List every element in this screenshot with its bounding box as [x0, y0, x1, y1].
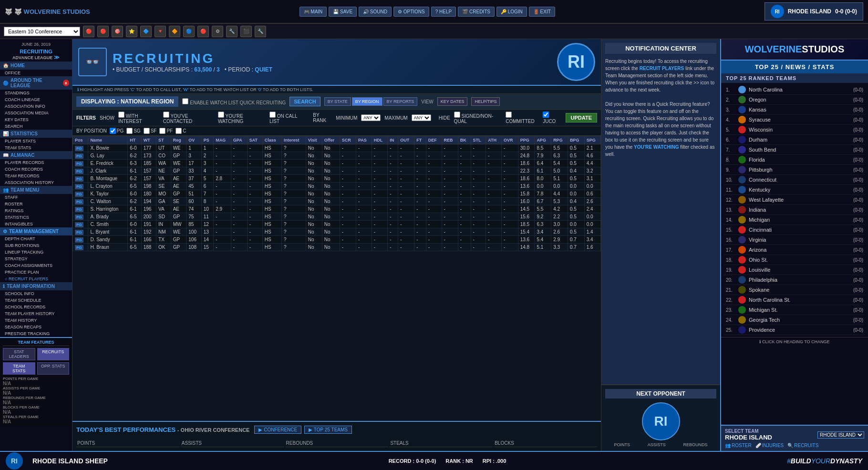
ranked-team-item[interactable]: 17. Arizona (0-0) [724, 245, 865, 255]
sidebar-practice-plan[interactable]: PRACTICE PLAN [0, 269, 72, 276]
click-heading[interactable]: ℹ CLICK ON HEADING TO CHANGE [721, 337, 868, 346]
sidebar-school-records[interactable]: SCHOOL RECORDS [0, 304, 72, 310]
maximum-select[interactable]: ANY [412, 114, 431, 121]
options-btn[interactable]: ⚙ OPTIONS [393, 7, 429, 17]
sidebar-depth-chart[interactable]: DEPTH CHART [0, 235, 72, 242]
sidebar-association-info[interactable]: ASSOCIATION INFO [0, 103, 72, 110]
credits-btn[interactable]: 🎬 CREDITS [458, 7, 495, 17]
sidebar-team-stats[interactable]: TEAM STATS [0, 144, 72, 151]
help-tips-btn[interactable]: HELP/TIPS [471, 97, 500, 106]
sidebar-strategy[interactable]: STRATEGY [0, 255, 72, 262]
with-interest-cb[interactable] [118, 112, 124, 118]
ranked-team-item[interactable]: 5. Wisconsin (0-0) [724, 125, 865, 135]
signed-cb[interactable] [454, 112, 460, 118]
main-btn[interactable]: 🎮 MAIN [300, 7, 327, 17]
ranked-team-item[interactable]: 1. North Carolina (0-0) [724, 85, 865, 95]
injuries-link[interactable]: 🩹 INJURIES [755, 443, 784, 448]
sidebar-association-media[interactable]: ASSOCIATION MEDIA [0, 110, 72, 116]
col-ath[interactable]: ATH [486, 136, 502, 144]
col-def[interactable]: DEF [426, 136, 442, 144]
watching-cb[interactable] [218, 112, 224, 118]
opp-stats-tab[interactable]: OPP. STATS [37, 362, 70, 375]
sound-btn[interactable]: 🔊 SOUND [359, 7, 392, 17]
col-ppg[interactable]: PPG [518, 136, 535, 144]
ranked-team-item[interactable]: 16. Virginia (0-0) [724, 235, 865, 245]
sidebar-statistics[interactable]: STATISTICS [0, 214, 72, 221]
table-row[interactable]: PGX. Bowie6-0177UTWE11---HS?NoNo--------… [73, 144, 601, 152]
sidebar-office[interactable]: OFFICE [0, 70, 72, 76]
ranked-team-item[interactable]: 23. Michigan St. (0-0) [724, 305, 865, 315]
sidebar-roster[interactable]: ROSTER [0, 201, 72, 207]
ranked-team-item[interactable]: 18. Ohio St. (0-0) [724, 255, 865, 265]
save-btn[interactable]: 💾 SAVE [329, 7, 357, 17]
login-btn[interactable]: 🔑 LOGIN [496, 7, 527, 17]
sidebar-standings[interactable]: STANDINGS [0, 90, 72, 96]
sidebar-team-schedule[interactable]: TEAM SCHEDULE [0, 297, 72, 304]
ranked-team-item[interactable]: 4. Syracuse (0-0) [724, 115, 865, 125]
icon-btn-13[interactable]: 🔧 [255, 26, 266, 37]
icon-btn-11[interactable]: 🔧 [226, 26, 238, 37]
juco-cb[interactable] [543, 112, 549, 118]
ranked-team-item[interactable]: 19. Louisville (0-0) [724, 265, 865, 275]
icon-btn-4[interactable]: ⭐ [126, 26, 137, 37]
top25-tab[interactable]: ▶ TOP 25 TEAMS [304, 426, 352, 434]
pos-pf-cb[interactable] [159, 128, 165, 134]
exit-btn[interactable]: 🚪 EXIT [529, 7, 555, 17]
sidebar-ratings[interactable]: RATINGS [0, 207, 72, 214]
icon-btn-10[interactable]: ⚙ [212, 26, 223, 37]
col-bk[interactable]: BK [458, 136, 471, 144]
roster-link[interactable]: 👥 ROSTER [725, 443, 752, 448]
search-button[interactable]: SEARCH [289, 97, 320, 106]
call-list-cb[interactable] [269, 112, 276, 118]
ranked-team-item[interactable]: 12. West Lafayette (0-0) [724, 195, 865, 205]
ranked-team-item[interactable]: 6. Durham (0-0) [724, 135, 865, 145]
col-pas[interactable]: PAS [356, 136, 372, 144]
col-in[interactable]: IN [388, 136, 398, 144]
sidebar-key-dates[interactable]: KEY DATES [0, 116, 72, 123]
recruits-link[interactable]: 🔍 RECRUITS [787, 443, 818, 448]
ranked-team-item[interactable]: 8. Florida (0-0) [724, 155, 865, 165]
col-ht[interactable]: HT [128, 136, 142, 144]
col-spg[interactable]: SPG [584, 136, 600, 144]
ranked-team-item[interactable]: 24. Georgia Tech (0-0) [724, 315, 865, 325]
col-rpg[interactable]: RPG [551, 136, 568, 144]
table-row[interactable]: PGA. Brady6-5200SDGP7511---HS?NoNo------… [73, 213, 601, 221]
icon-btn-2[interactable]: 🔴 [97, 26, 109, 37]
sidebar-lineup-tracking[interactable]: LINEUP TRACKING [0, 249, 72, 255]
ranked-team-item[interactable]: 22. North Carolina St. (0-0) [724, 295, 865, 305]
col-bpg[interactable]: BPG [568, 136, 584, 144]
sidebar-player-stats[interactable]: PLAYER STATS [0, 138, 72, 144]
sidebar-team-history[interactable]: TEAM HISTORY [0, 317, 72, 324]
pos-sf-cb[interactable] [144, 128, 150, 134]
table-row[interactable]: PGC. Walton6-2194GASE608---HS?NoNo------… [73, 198, 601, 205]
help-btn[interactable]: ? HELP [431, 7, 456, 17]
icon-btn-8[interactable]: 🔵 [183, 26, 195, 37]
table-row[interactable]: PGL. Bryant6-1192NMWE10013---HS?NoNo----… [73, 228, 601, 236]
by-region-btn[interactable]: BY REGION [352, 97, 382, 106]
sidebar-coach-records[interactable]: COACH RECORDS [0, 166, 72, 173]
col-ps[interactable]: PS [201, 136, 214, 144]
pos-pg-cb[interactable] [110, 128, 116, 134]
col-ovr[interactable]: OVR [501, 136, 518, 144]
sidebar-coach-assignments[interactable]: COACH ASSIGNMENTS [0, 262, 72, 269]
team-select-dropdown[interactable]: RHODE ISLAND [817, 431, 864, 439]
ranked-team-item[interactable]: 2. Oregon (0-0) [724, 95, 865, 105]
sidebar-prestige-tracking[interactable]: PRESTIGE TRACKING [0, 330, 72, 337]
col-wt[interactable]: WT [141, 136, 156, 144]
committed-cb[interactable] [506, 112, 512, 118]
minimum-select[interactable]: ANY [361, 114, 381, 121]
ranked-team-item[interactable]: 13. Indiana (0-0) [724, 205, 865, 215]
col-hdl[interactable]: HDL [372, 136, 388, 144]
recruits-btn[interactable]: RECRUITS [37, 348, 70, 360]
table-row[interactable]: PGG. Lay6-2173COGP32---HS?NoNo----------… [73, 152, 601, 160]
ranked-team-item[interactable]: 11. Kentucky (0-0) [724, 185, 865, 195]
sidebar-search[interactable]: SEARCH [0, 123, 72, 130]
col-ov[interactable]: OV [186, 136, 201, 144]
ranked-team-item[interactable]: 25. Providence (0-0) [724, 325, 865, 335]
ranked-team-item[interactable]: 14. Michigan (0-0) [724, 215, 865, 225]
col-st[interactable]: ST [156, 136, 171, 144]
col-offer[interactable]: Offer [322, 136, 340, 144]
col-pos[interactable]: Pos [73, 136, 88, 144]
sidebar-player-records[interactable]: PLAYER RECORDS [0, 159, 72, 166]
col-visit[interactable]: Visit [306, 136, 322, 144]
